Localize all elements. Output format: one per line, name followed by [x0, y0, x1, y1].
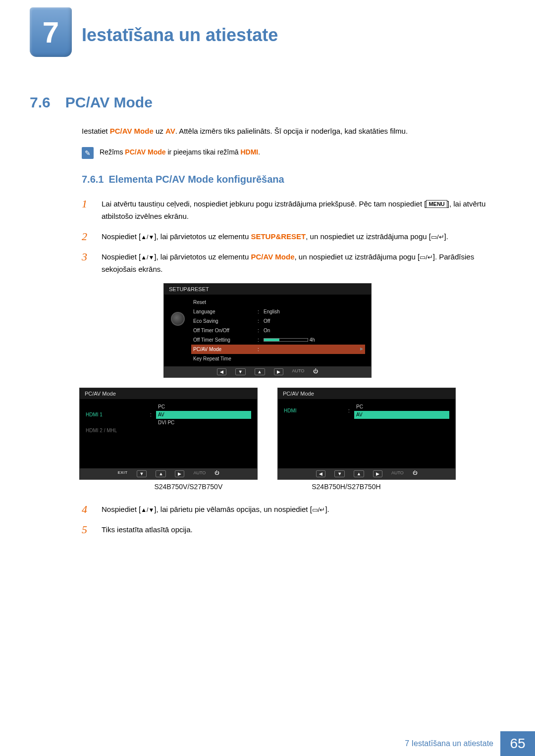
note-prefix: Režīms [100, 148, 125, 156]
page-number: 65 [500, 731, 535, 756]
osd-item: Off Timer On/Off:On [191, 326, 365, 335]
colon: : [348, 407, 354, 415]
osd-sub-options: PCAVDVI PC [156, 403, 251, 427]
target-pcav: PC/AV Mode [251, 252, 294, 261]
footer-chapter-label: 7 Iestatīšana un atiestate [405, 739, 500, 748]
osd-option: PC [156, 403, 251, 411]
model-labels: S24B750V/S27B750V S24B750H/S27B750H [30, 483, 505, 491]
gear-icon [171, 312, 185, 326]
osd-item-value: Off [264, 317, 363, 325]
power-icon: ⏻ [214, 470, 219, 477]
osd-item-label: Off Timer On/Off [193, 327, 258, 334]
step-number: 4 [82, 503, 92, 516]
osd-title: PC/AV Mode [80, 388, 257, 399]
steps-list-cont: 4 Nospiediet [▲/▼], lai pārietu pie vēla… [82, 503, 505, 536]
chapter-number-badge: 7 [30, 7, 72, 57]
osd-sub-row: HDMI 2 / MHL [86, 427, 251, 435]
intro-mid: uz [154, 127, 165, 135]
up-icon: ▲ [354, 470, 364, 477]
osd-sub-right: PC/AV Mode HDMI:PCAV ◀ ▼ ▲ ▶ AUTO ⏻ [277, 388, 456, 480]
section-number: 7.6 [30, 94, 51, 110]
osd-title: PC/AV Mode [278, 388, 455, 399]
down-icon: ▼ [137, 470, 147, 477]
osd-footer-buttons: ◀ ▼ ▲ ▶ AUTO ⏻ [278, 468, 455, 479]
subsection-title: Elementa PC/AV Mode konfigurēšana [108, 174, 284, 185]
osd-sub-left: PC/AV Mode HDMI 1:PCAVDVI PCHDMI 2 / MHL… [79, 388, 258, 480]
right-icon: ▶ [175, 470, 184, 477]
subsection-number: 7.6.1 [82, 174, 104, 185]
exit-label: EXIT [118, 470, 128, 477]
step-number: 3 [82, 251, 92, 276]
note-icon: ✎ [82, 147, 94, 159]
osd-sub-options: PCAV [354, 403, 449, 419]
step-number: 1 [82, 198, 92, 223]
note-mode: PC/AV Mode [125, 148, 165, 156]
note-suffix: . [258, 148, 260, 156]
colon: : [150, 411, 156, 419]
step-text: Lai atvērtu taustiņu ceļvedi, nospiediet… [102, 198, 505, 223]
step-4: 4 Nospiediet [▲/▼], lai pārietu pie vēla… [82, 503, 505, 516]
osd-item-label: Language [193, 308, 258, 315]
t: ], lai pārvietotos uz elementu [154, 232, 251, 241]
osd-option: AV [354, 411, 449, 419]
step-text: Nospiediet [▲/▼], lai pārvietotos uz ele… [102, 251, 505, 276]
step-text: Tiks iestatīta atlasītā opcija. [102, 523, 505, 536]
enter-icon: ▭/↵ [420, 252, 433, 263]
osd-item-label: Off Timer Setting [193, 336, 258, 344]
target-setup-reset: SETUP&RESET [251, 232, 306, 241]
power-icon: ⏻ [413, 470, 417, 477]
left-icon: ◀ [316, 470, 325, 477]
osd-item: Key Repeat Time [191, 354, 365, 363]
step-2: 2 Nospiediet [▲/▼], lai pārvietotos uz e… [82, 230, 505, 243]
osd-main-menu: SETUP&RESET ResetLanguage:EnglishEco Sav… [163, 283, 372, 378]
osd-item-value: 4h [264, 336, 363, 344]
auto-label: AUTO [292, 368, 305, 375]
osd-footer-buttons: EXIT ▼ ▲ ▶ AUTO ⏻ [80, 468, 257, 479]
step-text: Nospiediet [▲/▼], lai pārvietotos uz ele… [102, 230, 505, 243]
osd-footer-buttons: ◀ ▼ ▲ ▶ AUTO ⏻ [164, 366, 371, 377]
colon: : [258, 308, 264, 315]
chevron-right-icon: ▶ [360, 346, 363, 352]
page-footer: 7 Iestatīšana un atiestate 65 [0, 731, 535, 756]
osd-item-label: Key Repeat Time [193, 355, 258, 362]
osd-item: PC/AV Mode:▶ [191, 345, 365, 354]
t: ]. [444, 232, 448, 241]
colon: : [258, 346, 264, 353]
osd-sub-row: HDMI:PCAV [284, 403, 449, 419]
step-5: 5 Tiks iestatīta atlasītā opcija. [82, 523, 505, 536]
page-header: 7 Iestatīšana un atiestate [30, 10, 505, 59]
section-title: PC/AV Mode [65, 94, 153, 110]
intro-suffix: . Attēla izmērs tiks palielināts. Šī opc… [175, 127, 408, 135]
osd-option: AV [156, 411, 251, 419]
t: ], lai pārietu pie vēlamās opcijas, un n… [154, 505, 312, 513]
note-row: ✎ Režīms PC/AV Mode ir pieejams tikai re… [82, 147, 505, 159]
colon: : [258, 317, 264, 325]
osd-item: Reset [191, 298, 365, 307]
osd-item: Off Timer Setting: 4h [191, 335, 365, 345]
intro-paragraph: Iestatiet PC/AV Mode uz AV. Attēla izmēr… [82, 126, 505, 137]
t: , un nospiediet uz izstrādājuma pogu [ [294, 252, 420, 261]
osd-title: SETUP&RESET [164, 284, 371, 295]
power-icon: ⏻ [313, 368, 318, 375]
osd-sub-label: HDMI [284, 407, 348, 415]
step-3: 3 Nospiediet [▲/▼], lai pārvietotos uz e… [82, 251, 505, 276]
t: Nospiediet [ [102, 252, 141, 261]
t: , un nospiediet uz izstrādājuma pogu [ [306, 232, 431, 241]
step-text: Nospiediet [▲/▼], lai pārietu pie vēlamā… [102, 503, 505, 516]
note-text: Režīms PC/AV Mode ir pieejams tikai režī… [100, 147, 260, 157]
osd-item-label: PC/AV Mode [193, 346, 258, 353]
up-down-icon: ▲/▼ [141, 254, 154, 261]
section-heading: 7.6PC/AV Mode [30, 94, 505, 111]
up-down-icon: ▲/▼ [141, 234, 154, 241]
down-icon: ▼ [235, 368, 246, 375]
osd-option: DVI PC [156, 419, 251, 427]
intro-mode: PC/AV Mode [110, 127, 154, 135]
colon: : [258, 327, 264, 334]
osd-item-label: Reset [193, 299, 258, 306]
subsection-heading: 7.6.1Elementa PC/AV Mode konfigurēšana [82, 174, 505, 185]
up-icon: ▲ [156, 470, 166, 477]
step-1: 1 Lai atvērtu taustiņu ceļvedi, nospiedi… [82, 198, 505, 223]
osd-sub-label: HDMI 2 / MHL [86, 427, 150, 435]
osd-sub-label: HDMI 1 [86, 411, 150, 419]
up-down-icon: ▲/▼ [141, 506, 154, 513]
